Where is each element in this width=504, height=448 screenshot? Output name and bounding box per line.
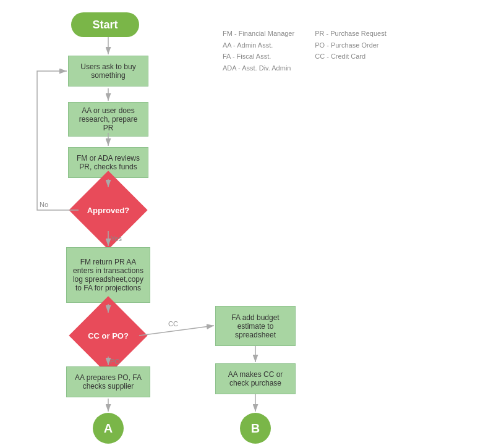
start-node: Start (71, 12, 139, 37)
step6-node: AA makes CC or check purchase (215, 363, 296, 394)
legend-col1: FM - Financial Manager AA - Admin Asst. … (223, 28, 294, 74)
legend-item-fa: FA - Fiscal Asst. (223, 51, 294, 62)
legend-item-aa: AA - Admin Asst. (223, 40, 294, 51)
terminal-b: B (240, 413, 271, 444)
legend-item-pr: PR - Purchase Request (315, 28, 387, 40)
legend: FM - Financial Manager AA - Admin Asst. … (223, 28, 405, 74)
step5-node: FA add budget estimate to spreadsheet (215, 306, 296, 346)
terminal-a: A (93, 413, 124, 444)
decision2-node: CC or PO? (77, 314, 139, 357)
legend-item-ada: ADA - Asst. Div. Admin (223, 62, 294, 74)
step2-node: AA or user does research, prepare PR (68, 102, 148, 137)
cc-label: CC (168, 320, 178, 328)
legend-item-fm: FM - Financial Manager (223, 28, 294, 40)
flowchart: FM - Financial Manager AA - Admin Asst. … (0, 0, 504, 448)
step4-node: FM return PR AA enters in transactions l… (66, 247, 150, 303)
svg-line-8 (139, 326, 214, 336)
legend-col2: PR - Purchase Request PO - Purchase Orde… (315, 28, 387, 62)
step7-node: AA prepares PO, FA checks supplier (66, 366, 150, 397)
decision1-node: Approved? (77, 188, 139, 232)
legend-item-cc: CC - Credit Card (315, 51, 387, 62)
no-label: No (40, 201, 48, 208)
step1-node: Users ask to buy something (68, 56, 148, 87)
legend-item-po: PO - Purchase Order (315, 40, 387, 51)
